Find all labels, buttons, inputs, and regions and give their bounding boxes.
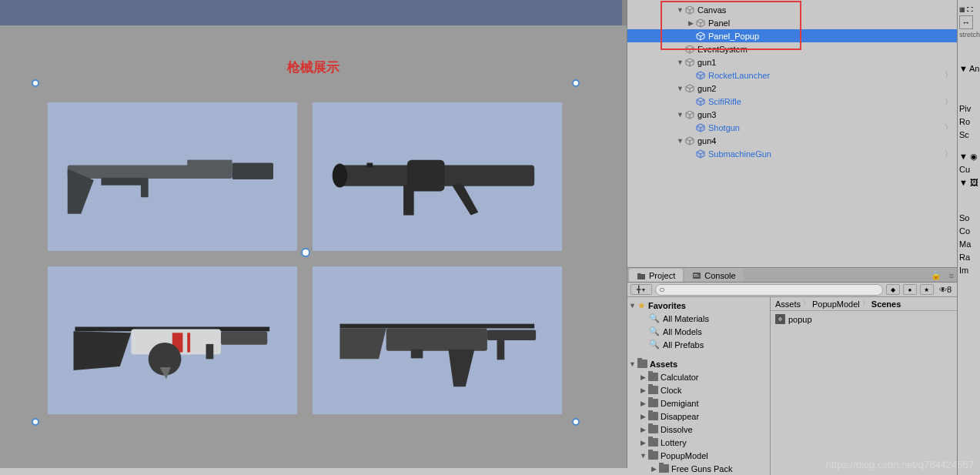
hierarchy-item[interactable]: ScifiRifle〉 <box>627 95 957 108</box>
tab-console[interactable]: Console <box>684 269 743 282</box>
rotation-row[interactable]: Ro <box>958 115 980 129</box>
folder-icon <box>648 399 658 407</box>
hierarchy-item[interactable]: ▼gun4 <box>627 134 957 147</box>
svg-rect-0 <box>68 166 232 179</box>
breadcrumb-scenes[interactable]: Scenes <box>871 299 901 309</box>
expand-toggle[interactable]: ▼ <box>629 302 635 309</box>
hierarchy-item-label: Canvas <box>697 5 726 15</box>
expand-toggle[interactable]: ▶ <box>640 413 646 420</box>
expand-toggle[interactable]: ▼ <box>677 111 683 119</box>
tree-item-label: Favorites <box>648 301 686 310</box>
scale-row[interactable]: Sc <box>958 129 980 142</box>
section-image[interactable]: ▼ 🖼 <box>958 176 980 189</box>
lock-icon[interactable]: 🔒 <box>931 270 942 280</box>
expand-toggle[interactable]: ▶ <box>640 426 646 433</box>
prefab-open-icon[interactable]: 〉 <box>945 70 952 81</box>
pivot-row[interactable]: Piv <box>958 102 980 115</box>
tree-item[interactable]: ▶Clock <box>627 383 770 396</box>
prefab-open-icon[interactable]: 〉 <box>945 96 952 107</box>
gameobject-icon <box>695 31 706 42</box>
expand-toggle[interactable]: ▼ <box>629 360 635 368</box>
assets-content[interactable]: Assets 〉 PopupModel 〉 Scenes popup <box>771 297 957 475</box>
hierarchy-item[interactable]: SubmachineGun〉 <box>627 147 957 160</box>
tree-item-label: Demigiant <box>661 399 699 408</box>
svg-rect-14 <box>221 331 267 344</box>
expand-toggle[interactable]: ▼ <box>677 137 683 145</box>
tree-item[interactable]: ▶Free Guns Pack <box>627 462 770 475</box>
scene-view[interactable]: 枪械展示 <box>0 0 627 468</box>
tree-item[interactable]: ▶Lottery <box>627 436 770 449</box>
breadcrumb-popupmodel[interactable]: PopupModel <box>812 299 860 309</box>
breadcrumb[interactable]: Assets 〉 PopupModel 〉 Scenes <box>771 297 957 311</box>
ma-row[interactable]: Ma <box>958 238 980 251</box>
cu-row[interactable]: Cu <box>958 163 980 176</box>
hierarchy-item[interactable]: ▼gun3 <box>627 108 957 121</box>
prefab-open-icon[interactable]: 〉 <box>945 149 952 159</box>
hierarchy-item-label: RocketLauncher <box>707 71 770 80</box>
create-button[interactable]: ╋ ▼ <box>630 284 652 295</box>
hierarchy-item[interactable]: Shotgun〉 <box>627 121 957 134</box>
svg-rect-17 <box>340 323 535 328</box>
save-search-button[interactable]: ★ <box>920 284 934 295</box>
expand-toggle[interactable]: ▶ <box>687 19 694 27</box>
resize-handle-tr[interactable] <box>572 79 580 87</box>
anchor-preset[interactable]: ↔ <box>958 16 980 29</box>
tree-item[interactable]: ▶Demigiant <box>627 396 770 410</box>
hierarchy-item[interactable]: ▼gun2 <box>627 82 957 95</box>
expand-toggle[interactable]: ▶ <box>640 400 646 407</box>
hierarchy-item-label: gun1 <box>697 58 716 67</box>
hierarchy-item[interactable]: Panel_Popup <box>627 29 957 42</box>
expand-toggle[interactable]: ▶ <box>640 386 646 394</box>
search-input[interactable] <box>655 284 883 296</box>
scene-content[interactable]: 枪械展示 <box>0 25 627 468</box>
tree-item[interactable]: 🔍All Materials <box>627 312 770 325</box>
hierarchy-item[interactable]: ▼Canvas <box>627 3 957 16</box>
svg-rect-16 <box>206 344 214 359</box>
gun-slot-rocketlauncher <box>313 102 562 251</box>
inspector-panel[interactable]: ▦⛶ ↔ stretch ▼ An Piv Ro Sc ▼ ◉ Cu ▼ 🖼 S… <box>957 0 980 475</box>
tree-item[interactable]: 🔍All Prefabs <box>627 338 770 351</box>
expand-toggle[interactable]: ▶ <box>640 373 646 381</box>
expand-toggle[interactable]: ▶ <box>640 439 646 447</box>
section-anchor[interactable]: ▼ An <box>958 62 980 75</box>
gameobject-icon <box>695 149 706 159</box>
tree-item[interactable]: ▼Assets <box>627 357 770 370</box>
im-row[interactable]: Im <box>958 264 980 277</box>
tree-item[interactable]: ▼PopupModel <box>627 449 770 462</box>
expand-toggle[interactable]: ▼ <box>677 6 683 14</box>
search-by-label-button[interactable]: ● <box>903 284 917 295</box>
ra-row[interactable]: Ra <box>958 251 980 264</box>
assets-tree[interactable]: ▼★Favorites 🔍All Materials 🔍All Models 🔍… <box>627 297 771 475</box>
tree-item[interactable]: ▶Calculator <box>627 370 770 383</box>
resize-handle-tl[interactable] <box>32 79 39 87</box>
expand-toggle[interactable]: ▼ <box>677 85 683 92</box>
asset-item-popup[interactable]: popup <box>775 313 952 326</box>
resize-handle-br[interactable] <box>572 418 580 426</box>
tree-item[interactable]: ▶Dissolve <box>627 423 770 436</box>
panel-menu-icon[interactable]: ≡ <box>949 271 954 280</box>
hierarchy-item[interactable]: RocketLauncher〉 <box>627 69 957 82</box>
co-row[interactable]: Co <box>958 225 980 238</box>
project-panel[interactable]: Project Console 🔒 ≡ ╋ ▼ ◆ ● ★ 👁8 ▼★Favor… <box>627 268 957 475</box>
breadcrumb-assets[interactable]: Assets <box>775 299 801 309</box>
so-row[interactable]: So <box>958 212 980 225</box>
tree-item[interactable]: 🔍All Models <box>627 325 770 338</box>
expand-toggle[interactable]: ▼ <box>640 452 646 460</box>
expand-toggle[interactable]: ▶ <box>651 465 657 473</box>
search-by-type-button[interactable]: ◆ <box>886 284 900 295</box>
hidden-count[interactable]: 👁8 <box>937 285 954 294</box>
hierarchy-item[interactable]: ▶Panel <box>627 16 957 29</box>
svg-rect-20 <box>411 349 423 358</box>
expand-toggle[interactable]: ▼ <box>677 59 683 66</box>
hierarchy-item[interactable]: ▼gun1 <box>627 55 957 69</box>
tree-item[interactable]: ▼★Favorites <box>627 299 770 312</box>
resize-handle-bl[interactable] <box>32 418 39 426</box>
prefab-open-icon[interactable]: 〉 <box>945 122 952 133</box>
hierarchy-item[interactable]: EventSystem <box>627 42 957 55</box>
svg-rect-21 <box>497 340 505 360</box>
tab-project[interactable]: Project <box>629 269 683 282</box>
rect-tool-header[interactable]: ▦⛶ <box>958 4 980 16</box>
section-canvas[interactable]: ▼ ◉ <box>958 151 980 163</box>
hierarchy-panel[interactable]: ▼Canvas▶Panel Panel_Popup EventSystem▼gu… <box>627 0 957 268</box>
tree-item[interactable]: ▶Disappear <box>627 410 770 423</box>
